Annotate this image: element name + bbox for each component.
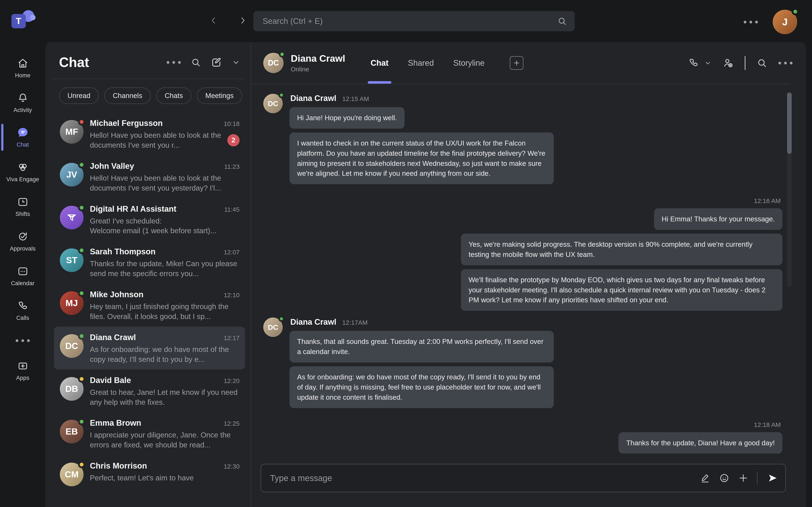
conversation-name: Sarah Thompson [90, 247, 220, 256]
conversation-name: Chris Morrison [90, 461, 220, 470]
chat-search-icon[interactable] [191, 57, 201, 68]
sidebar-item-viva-engage[interactable]: Viva Engage [0, 155, 45, 189]
conversation-name: Emma Brown [90, 418, 220, 428]
new-chat-icon[interactable] [211, 57, 222, 68]
presence-away [78, 461, 85, 468]
sidebar-item-approvals[interactable]: Approvals [0, 224, 45, 259]
user-presence-online [792, 8, 799, 15]
sidebar-item-activity[interactable]: Activity [0, 86, 45, 120]
presence-online [279, 51, 285, 57]
user-initials: J [782, 16, 788, 28]
avatar: MJ [60, 291, 84, 315]
approvals-icon [17, 231, 29, 242]
presence-online [278, 92, 285, 98]
message-time: 12:18 AM [754, 421, 781, 429]
forward-button[interactable] [235, 13, 250, 28]
emoji-icon[interactable] [719, 473, 729, 483]
conversation-time: 12:10 [224, 291, 240, 299]
message-bubble[interactable]: Yes, we're making solid progress. The de… [461, 234, 782, 265]
back-button[interactable] [206, 13, 221, 28]
topbar-more-menu[interactable] [744, 21, 758, 23]
chevron-down-icon[interactable] [232, 58, 240, 66]
sidebar-item-home[interactable]: Home [0, 51, 45, 86]
filter-channels[interactable]: Channels [104, 88, 151, 104]
conversation-name: Mike Johnson [90, 290, 220, 299]
sidebar-item-calendar[interactable]: Calendar [0, 259, 45, 293]
sidebar-item-label: Approvals [10, 245, 36, 252]
tab-chat[interactable]: Chat [371, 42, 389, 83]
bell-icon [17, 92, 29, 104]
sender-avatar[interactable]: DC [263, 94, 283, 113]
presence-online [78, 290, 85, 297]
teams-logo: T [10, 9, 36, 33]
sidebar-item-apps[interactable]: Apps [0, 353, 45, 388]
user-avatar[interactable]: J [773, 10, 797, 34]
conversation-search-icon[interactable] [756, 57, 767, 68]
conversation-time: 12:30 [224, 463, 240, 470]
sidebar-item-chat[interactable]: Chat [0, 120, 45, 155]
message-group-incoming: DC Diana Crawl 12:15 AM Hi Jane! Hope yo… [263, 93, 782, 188]
conversation-preview: Thanks for the update, Mike! Can you ple… [90, 259, 240, 279]
list-item-david-bale[interactable]: DB David Bale 12:20 Great to hear, Jane!… [54, 370, 245, 412]
list-item-sarah-thompson[interactable]: ST Sarah Thompson 12:07 Thanks for the u… [54, 241, 245, 284]
sidebar-item-shifts[interactable]: Shifts [0, 189, 45, 224]
sidebar-item-label: Apps [16, 375, 29, 381]
list-item-michael-fergusson[interactable]: MF Michael Fergusson 10:18 Hello! Have y… [54, 112, 245, 155]
conversation-preview: Hello! Have you been able to look at the… [90, 130, 223, 150]
message-bubble[interactable]: I wanted to check in on the current stat… [290, 132, 554, 184]
list-item-digital-hr-ai-assistant[interactable]: Digital HR AI Assistant 11:45 Great! I'v… [54, 198, 245, 241]
conversation-time: 11:23 [224, 163, 240, 170]
sender-avatar[interactable]: DC [263, 318, 283, 337]
list-item-chris-morrison[interactable]: CM Chris Morrison 12:30 Perfect, team! L… [54, 455, 245, 491]
tab-storyline[interactable]: Storyline [453, 42, 485, 83]
message-bubble[interactable]: Hi Jane! Hope you're doing well. [290, 107, 405, 129]
page-title: Chat [59, 55, 167, 70]
filter-unread[interactable]: Unread [59, 88, 99, 104]
call-button[interactable] [688, 57, 711, 68]
list-item-diana-crawl-selected[interactable]: DC Diana Crawl 12:17 As for onboarding: … [54, 327, 245, 370]
active-tab-indicator [368, 81, 392, 83]
add-people-icon[interactable] [722, 57, 734, 69]
sidebar-item-label: Home [15, 72, 31, 79]
filter-chats[interactable]: Chats [156, 88, 191, 104]
filter-meetings[interactable]: Meetings [197, 88, 242, 104]
unread-badge: 2 [227, 134, 240, 147]
list-item-john-valley[interactable]: JV John Valley 11:23 Hello! Have you bee… [54, 155, 245, 198]
conversation-avatar[interactable]: DC [263, 53, 284, 73]
list-item-mike-johnson[interactable]: MJ Mike Johnson 12:10 Hey team, I just f… [54, 284, 245, 327]
tab-shared[interactable]: Shared [408, 42, 434, 83]
message-input[interactable] [270, 473, 692, 483]
conversation-name: John Valley [90, 162, 221, 171]
conversation-preview: Perfect, team! Let's aim to have [90, 473, 240, 483]
sender-name: Diana Crawl [290, 94, 337, 103]
signature-pen-icon[interactable] [700, 473, 711, 483]
conversation-more-menu[interactable] [778, 62, 793, 64]
chat-filter-menu[interactable] [167, 61, 181, 64]
message-bubble[interactable]: Hi Emma! Thanks for your message. [654, 208, 782, 230]
chat-list-panel: Chat Unread Channels Chats Meetings [45, 42, 251, 507]
message-bubble[interactable]: Thanks, that all sounds great. Tuesday a… [290, 331, 554, 362]
message-bubble[interactable]: Thanks for the update, Diana! Have a goo… [618, 432, 782, 454]
message-bubble[interactable]: We'll finalise the prototype by Monday E… [461, 269, 782, 311]
conversation-time: 12:07 [224, 249, 240, 256]
conversation-list: MF Michael Fergusson 10:18 Hello! Have y… [45, 111, 251, 507]
conversation-name: Digital HR AI Assistant [90, 205, 221, 214]
phone-icon [688, 57, 699, 68]
avatar: MF [60, 120, 84, 144]
attach-plus-icon[interactable] [738, 473, 749, 483]
sidebar-item-calls[interactable]: Calls [0, 293, 45, 328]
phone-icon [17, 300, 29, 312]
presence-busy [78, 118, 85, 125]
message-bubble[interactable]: As for onboarding: we do have most of th… [290, 366, 554, 408]
avatar: EB [60, 420, 84, 443]
active-indicator [1, 124, 3, 151]
global-search[interactable] [253, 11, 575, 31]
sidebar-item-more[interactable] [0, 328, 45, 353]
list-item-emma-brown[interactable]: EB Emma Brown 12:25 I appreciate your di… [54, 412, 245, 455]
scrollbar-thumb[interactable] [787, 93, 792, 154]
search-input[interactable] [263, 17, 557, 26]
add-tab-button[interactable] [510, 56, 523, 70]
send-icon[interactable] [767, 472, 778, 484]
message-composer[interactable] [261, 464, 786, 492]
conversation-time: 12:25 [224, 420, 240, 427]
